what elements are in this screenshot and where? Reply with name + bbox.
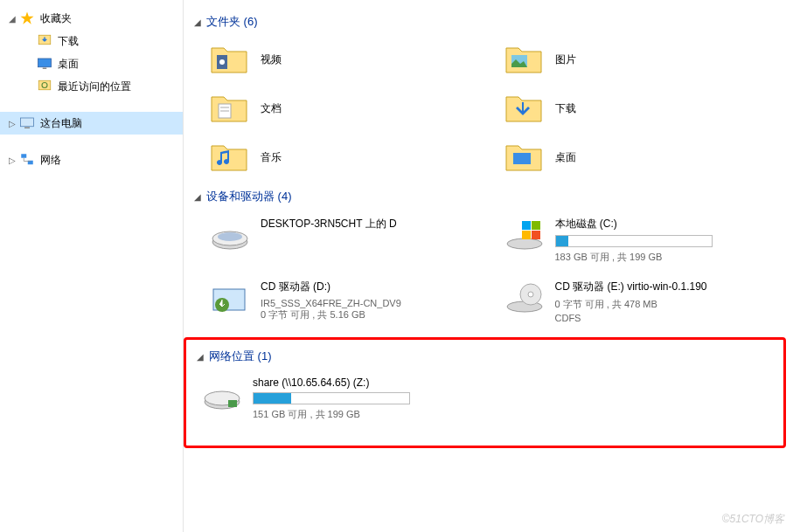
tree-label: 桌面	[58, 57, 79, 72]
folder-documents-icon	[208, 91, 250, 126]
folder-label: 桌面	[555, 150, 576, 165]
svg-rect-5	[21, 118, 34, 127]
svg-point-19	[507, 238, 542, 249]
drive-usage-bar	[253, 392, 410, 404]
drive-usage-bar	[555, 235, 713, 247]
downloads-icon	[37, 33, 52, 49]
tree-recent[interactable]: 最近访问的位置	[0, 75, 183, 98]
drive-status: 151 GB 可用 , 共 199 GB	[253, 408, 755, 421]
navigation-tree: ◢ 收藏夹 下载 桌面 最近访问的位置 ▷ 这台电脑 ▷	[0, 0, 184, 532]
drive-name: DESKTOP-3RN5CHT 上的 D	[261, 217, 485, 231]
drive-status: 0 字节 可用 , 共 478 MB	[555, 298, 780, 311]
star-icon	[19, 10, 35, 26]
tree-thispc[interactable]: ▷ 这台电脑	[0, 112, 183, 135]
svg-rect-23	[532, 231, 540, 239]
collapse-arrow-icon: ◢	[194, 17, 201, 27]
tree-label: 下载	[58, 34, 79, 49]
folder-label: 文档	[261, 101, 282, 116]
svg-point-18	[218, 232, 242, 241]
folder-label: 音乐	[261, 150, 282, 165]
tree-desktop[interactable]: 桌面	[0, 52, 183, 75]
tree-label: 这台电脑	[40, 116, 82, 131]
computer-icon	[19, 115, 35, 131]
folder-pictures[interactable]: 图片	[499, 38, 783, 80]
folder-documents[interactable]: 文档	[205, 87, 489, 129]
collapse-arrow-icon: ◢	[194, 192, 201, 202]
svg-rect-3	[38, 80, 51, 90]
network-drives-grid: share (\\10.65.64.65) (Z:) 151 GB 可用 , 共…	[197, 373, 759, 425]
drive-disc-icon	[503, 280, 546, 316]
folder-downloads-icon	[503, 91, 545, 126]
drive-local-c[interactable]: 本地磁盘 (C:) 183 GB 可用 , 共 199 GB	[499, 213, 783, 267]
drive-name: share (\\10.65.64.65) (Z:)	[253, 377, 755, 389]
collapse-arrow-icon: ◢	[197, 352, 204, 362]
tree-network[interactable]: ▷ 网络	[0, 149, 183, 171]
svg-rect-15	[513, 153, 531, 164]
main-content: ◢ 文件夹 (6) 视频 图片 文档 下载	[184, 0, 793, 532]
highlighted-section: ◢ 网络位置 (1) share (\\10.65.64.65) (Z:) 15…	[184, 337, 786, 448]
svg-rect-6	[24, 128, 30, 129]
tree-label: 网络	[40, 153, 61, 168]
tree-label: 最近访问的位置	[58, 79, 131, 94]
drive-cd-e[interactable]: CD 驱动器 (E:) virtio-win-0.1.190 0 字节 可用 ,…	[499, 276, 783, 327]
network-drive-icon	[200, 377, 244, 413]
collapse-arrow-icon: ◢	[9, 14, 19, 24]
svg-rect-7	[21, 154, 26, 158]
drive-cd-icon	[208, 280, 252, 316]
expand-arrow-icon: ▷	[9, 155, 19, 165]
folder-pictures-icon	[503, 42, 545, 77]
folder-downloads[interactable]: 下载	[499, 87, 783, 129]
drive-name: 本地磁盘 (C:)	[555, 217, 780, 231]
drive-status: 0 字节 可用 , 共 5.16 GB	[261, 308, 485, 321]
folder-videos-icon	[208, 42, 250, 77]
svg-point-10	[219, 59, 225, 65]
drive-windows-icon	[503, 217, 546, 253]
folder-label: 图片	[555, 52, 576, 67]
section-header-devices[interactable]: ◢ 设备和驱动器 (4)	[194, 189, 783, 204]
drive-remote-d[interactable]: DESKTOP-3RN5CHT 上的 D	[205, 213, 489, 267]
section-title: 设备和驱动器 (4)	[206, 189, 292, 204]
folder-music-icon	[208, 140, 250, 175]
folder-label: 视频	[261, 52, 282, 67]
svg-rect-20	[522, 221, 531, 230]
folder-label: 下载	[555, 101, 576, 116]
svg-rect-31	[228, 400, 237, 407]
folder-music[interactable]: 音乐	[205, 136, 489, 178]
tree-favorites[interactable]: ◢ 收藏夹	[0, 7, 183, 30]
svg-rect-22	[522, 231, 531, 239]
folder-desktop[interactable]: 桌面	[499, 136, 783, 178]
network-drive-z[interactable]: share (\\10.65.64.65) (Z:) 151 GB 可用 , 共…	[197, 373, 759, 425]
watermark: ©51CTO博客	[722, 512, 784, 527]
folder-videos[interactable]: 视频	[205, 38, 489, 80]
drive-filesystem: CDFS	[555, 313, 780, 323]
desktop-icon	[37, 56, 52, 72]
expand-arrow-icon: ▷	[9, 119, 19, 128]
drive-subtitle: IR5_SSS_X64FRE_ZH-CN_DV9	[261, 298, 485, 308]
drive-cd-d[interactable]: CD 驱动器 (D:) IR5_SSS_X64FRE_ZH-CN_DV9 0 字…	[205, 276, 489, 327]
network-icon	[19, 152, 35, 168]
drive-name: CD 驱动器 (E:) virtio-win-0.1.190	[555, 280, 780, 294]
svg-rect-1	[38, 59, 52, 67]
drive-icon	[208, 217, 252, 253]
folders-grid: 视频 图片 文档 下载 音乐	[205, 38, 783, 178]
drive-status: 183 GB 可用 , 共 199 GB	[555, 251, 780, 264]
svg-rect-2	[43, 68, 47, 70]
section-title: 网络位置 (1)	[209, 349, 272, 364]
folder-desktop-icon	[503, 140, 545, 175]
recent-icon	[37, 79, 52, 94]
drive-name: CD 驱动器 (D:)	[261, 280, 485, 294]
drives-grid: DESKTOP-3RN5CHT 上的 D 本地磁盘 (C:) 183 GB 可用…	[205, 213, 783, 327]
svg-point-28	[528, 292, 533, 297]
section-header-netloc[interactable]: ◢ 网络位置 (1)	[197, 349, 759, 364]
tree-downloads[interactable]: 下载	[0, 30, 183, 52]
tree-label: 收藏夹	[40, 11, 72, 26]
section-header-folders[interactable]: ◢ 文件夹 (6)	[194, 14, 783, 30]
section-title: 文件夹 (6)	[206, 14, 258, 30]
svg-rect-21	[532, 221, 540, 230]
